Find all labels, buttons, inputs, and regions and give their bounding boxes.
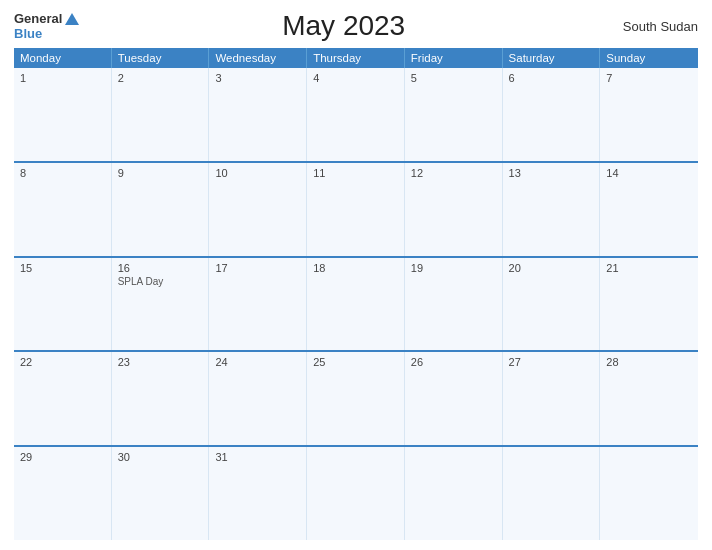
cell-2-2: 9 <box>112 163 210 256</box>
cell-1-5: 5 <box>405 68 503 161</box>
week-4: 22 23 24 25 26 27 28 <box>14 352 698 447</box>
cell-1-6: 6 <box>503 68 601 161</box>
cell-4-6: 27 <box>503 352 601 445</box>
cell-5-4 <box>307 447 405 540</box>
cell-4-5: 26 <box>405 352 503 445</box>
calendar-page: General Blue May 2023 South Sudan Monday… <box>0 0 712 550</box>
cell-2-7: 14 <box>600 163 698 256</box>
cell-3-1: 15 <box>14 258 112 351</box>
cell-2-4: 11 <box>307 163 405 256</box>
calendar-body: 1 2 3 4 5 6 7 8 9 10 11 12 13 14 15 <box>14 68 698 540</box>
cell-4-4: 25 <box>307 352 405 445</box>
cell-1-1: 1 <box>14 68 112 161</box>
cell-4-1: 22 <box>14 352 112 445</box>
week-2: 8 9 10 11 12 13 14 <box>14 163 698 258</box>
header-wednesday: Wednesday <box>209 48 307 68</box>
cell-5-3: 31 <box>209 447 307 540</box>
week-1: 1 2 3 4 5 6 7 <box>14 68 698 163</box>
cell-5-2: 30 <box>112 447 210 540</box>
cell-4-3: 24 <box>209 352 307 445</box>
cell-2-1: 8 <box>14 163 112 256</box>
week-5: 29 30 31 <box>14 447 698 540</box>
calendar-header: Monday Tuesday Wednesday Thursday Friday… <box>14 48 698 68</box>
cell-5-1: 29 <box>14 447 112 540</box>
header-tuesday: Tuesday <box>112 48 210 68</box>
cell-3-2: 16 SPLA Day <box>112 258 210 351</box>
cell-3-6: 20 <box>503 258 601 351</box>
cell-2-5: 12 <box>405 163 503 256</box>
cell-4-7: 28 <box>600 352 698 445</box>
week-3: 15 16 SPLA Day 17 18 19 20 21 <box>14 258 698 353</box>
header-saturday: Saturday <box>503 48 601 68</box>
cell-5-6 <box>503 447 601 540</box>
calendar-title: May 2023 <box>79 10 608 42</box>
page-header: General Blue May 2023 South Sudan <box>14 10 698 42</box>
cell-5-7 <box>600 447 698 540</box>
cell-3-7: 21 <box>600 258 698 351</box>
cell-1-7: 7 <box>600 68 698 161</box>
header-friday: Friday <box>405 48 503 68</box>
logo-general-text: General <box>14 11 62 26</box>
logo: General Blue <box>14 11 79 41</box>
cell-1-3: 3 <box>209 68 307 161</box>
cell-5-5 <box>405 447 503 540</box>
calendar: Monday Tuesday Wednesday Thursday Friday… <box>14 48 698 540</box>
cell-3-3: 17 <box>209 258 307 351</box>
cell-2-3: 10 <box>209 163 307 256</box>
cell-1-2: 2 <box>112 68 210 161</box>
header-thursday: Thursday <box>307 48 405 68</box>
cell-3-5: 19 <box>405 258 503 351</box>
header-sunday: Sunday <box>600 48 698 68</box>
logo-triangle-icon <box>65 13 79 25</box>
cell-2-6: 13 <box>503 163 601 256</box>
cell-1-4: 4 <box>307 68 405 161</box>
logo-blue-text: Blue <box>14 26 42 41</box>
spla-day-event: SPLA Day <box>118 276 203 287</box>
cell-4-2: 23 <box>112 352 210 445</box>
header-monday: Monday <box>14 48 112 68</box>
cell-3-4: 18 <box>307 258 405 351</box>
country-label: South Sudan <box>608 19 698 34</box>
